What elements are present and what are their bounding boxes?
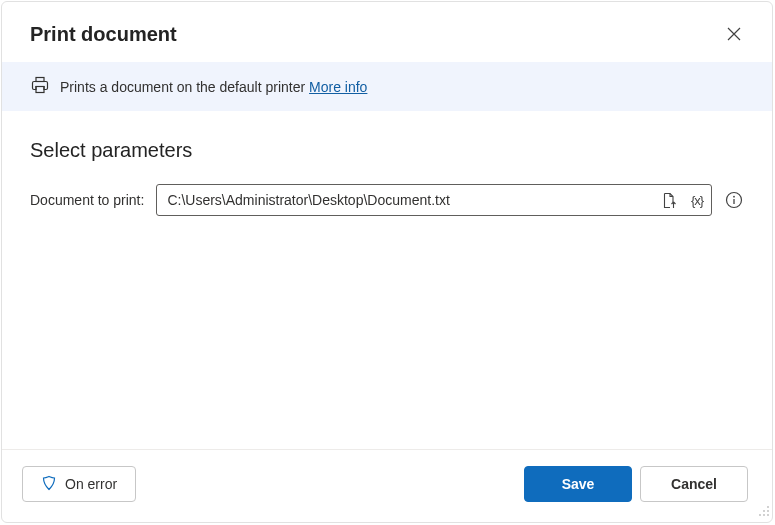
on-error-label: On error [65, 476, 117, 492]
info-icon [725, 191, 743, 209]
close-icon [727, 27, 741, 41]
on-error-button[interactable]: On error [22, 466, 136, 502]
save-label: Save [562, 476, 595, 492]
footer-left: On error [22, 466, 136, 502]
close-button[interactable] [720, 20, 748, 48]
file-select-icon [661, 192, 678, 209]
print-document-dialog: Print document Prints a document on the … [1, 1, 773, 523]
footer-right: Save Cancel [524, 466, 748, 502]
dialog-footer: On error Save Cancel [2, 449, 772, 522]
dialog-content: Select parameters Document to print: {x} [2, 111, 772, 449]
printer-icon [30, 75, 50, 98]
info-description: Prints a document on the default printer [60, 79, 309, 95]
cancel-button[interactable]: Cancel [640, 466, 748, 502]
document-to-print-label: Document to print: [30, 192, 144, 208]
parameter-info-button[interactable] [724, 190, 744, 210]
info-bar: Prints a document on the default printer… [2, 62, 772, 111]
svg-rect-1 [36, 87, 44, 93]
save-button[interactable]: Save [524, 466, 632, 502]
insert-variable-button[interactable]: {x} [683, 185, 711, 215]
more-info-link[interactable]: More info [309, 79, 367, 95]
dialog-title: Print document [30, 23, 177, 46]
document-path-input[interactable] [157, 192, 655, 208]
document-path-input-wrapper: {x} [156, 184, 712, 216]
parameter-row: Document to print: {x} [30, 184, 744, 216]
browse-file-button[interactable] [655, 185, 683, 215]
cancel-label: Cancel [671, 476, 717, 492]
svg-point-3 [733, 196, 735, 198]
info-bar-text: Prints a document on the default printer… [60, 79, 367, 95]
dialog-header: Print document [2, 2, 772, 62]
section-title: Select parameters [30, 139, 744, 162]
shield-icon [41, 475, 57, 494]
